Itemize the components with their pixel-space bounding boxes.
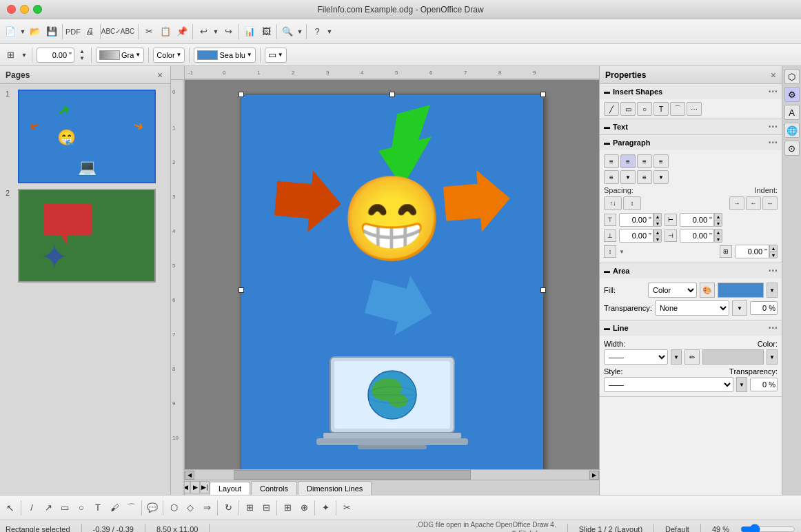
- window-controls[interactable]: [7, 5, 42, 14]
- above-spin-down[interactable]: ▼: [653, 220, 662, 227]
- shape-ellipse[interactable]: ○: [637, 102, 652, 116]
- snap-grid-tool[interactable]: ⊞: [280, 500, 295, 515]
- crop-tool[interactable]: ✂: [339, 500, 354, 515]
- rotation-input[interactable]: [37, 48, 74, 63]
- hanging-spin-up[interactable]: ▲: [769, 245, 778, 252]
- fill-color-dropdown[interactable]: ▼: [767, 283, 778, 298]
- spellcheck-button[interactable]: ABC✓: [103, 24, 119, 39]
- line-width-select[interactable]: ——: [604, 349, 668, 365]
- page-thumb-1[interactable]: ➜ ➜ ➜ 😁 ➜ 💻: [18, 90, 156, 183]
- transparency-chevron[interactable]: ▼: [732, 300, 747, 316]
- transparency-pct-input[interactable]: [750, 301, 778, 315]
- section-text-header[interactable]: ▬ Text ⋯: [600, 119, 782, 134]
- chart-button[interactable]: 📊: [242, 24, 257, 39]
- scroll-right-button[interactable]: ▶: [589, 471, 599, 480]
- tab-controls[interactable]: Controls: [251, 481, 297, 495]
- line-style-dropdown[interactable]: ▼: [736, 377, 747, 392]
- canvas-scroll[interactable]: 😁: [185, 80, 599, 469]
- indent-increase[interactable]: →: [729, 196, 744, 210]
- tab-nav-next[interactable]: ▶: [190, 481, 200, 493]
- save-button[interactable]: 💾: [44, 24, 59, 39]
- section-insert-shapes-header[interactable]: ▬ Insert Shapes ⋯: [600, 84, 782, 99]
- paint-tool[interactable]: 🖌: [107, 500, 122, 515]
- line-color-btn[interactable]: ✏: [685, 349, 700, 365]
- tab-dimension-lines[interactable]: Dimension Lines: [298, 481, 372, 495]
- line-more[interactable]: ⋯: [768, 323, 778, 334]
- cut-button[interactable]: ✂: [141, 24, 156, 39]
- shape-curve[interactable]: ⌒: [670, 102, 685, 116]
- flowchart-tool[interactable]: ◇: [183, 500, 198, 515]
- new-button[interactable]: 📄: [3, 24, 18, 39]
- section-paragraph-header[interactable]: ▬ Paragraph ⋯: [600, 135, 782, 150]
- tab-nav-last[interactable]: ▶|: [200, 481, 210, 493]
- export-pdf-button[interactable]: PDF: [65, 24, 81, 39]
- line-style-select[interactable]: ——: [604, 377, 733, 392]
- sidebar-icon-navigator[interactable]: ⊙: [784, 141, 800, 156]
- shapes-tool[interactable]: ⬡: [166, 500, 181, 515]
- area-more[interactable]: ⋯: [768, 265, 778, 276]
- scroll-left-button[interactable]: ◀: [185, 471, 194, 480]
- tab-layout[interactable]: Layout: [210, 482, 250, 495]
- scrollbar-thumb[interactable]: [234, 470, 471, 480]
- list-ordered[interactable]: ≡: [637, 170, 652, 184]
- fill-picker-btn[interactable]: 🎨: [700, 283, 715, 298]
- insert-shapes-more[interactable]: ⋯: [768, 86, 778, 97]
- distribute-tool[interactable]: ⊟: [258, 500, 274, 515]
- print-button[interactable]: 🖨: [82, 24, 97, 39]
- maximize-button[interactable]: [33, 5, 42, 14]
- rotate-tool[interactable]: ↻: [221, 500, 236, 515]
- h-scrollbar[interactable]: ◀ ▶: [185, 469, 599, 480]
- line-color-dropdown[interactable]: Sea blu ▼: [194, 48, 255, 63]
- curve-tool[interactable]: ⌒: [123, 500, 139, 515]
- line-width-dropdown[interactable]: ▼: [671, 349, 682, 365]
- shape-line[interactable]: ╱: [604, 102, 619, 116]
- left-indent-input[interactable]: [680, 229, 714, 243]
- above-input[interactable]: [619, 213, 653, 227]
- align-left[interactable]: ≡: [604, 154, 619, 168]
- zoom-slider[interactable]: [740, 524, 795, 533]
- below-spin-down[interactable]: ▼: [653, 236, 662, 243]
- select-tool[interactable]: ↖: [3, 500, 18, 515]
- rotation-spinner-up[interactable]: ▲ ▼: [77, 48, 87, 63]
- image-button[interactable]: 🖼: [258, 24, 274, 39]
- snap-point-tool[interactable]: ⊕: [296, 500, 312, 515]
- spellcheck2-button[interactable]: ABC: [120, 24, 135, 39]
- sidebar-icon-styles[interactable]: A: [784, 105, 800, 120]
- snap-button[interactable]: ⊞: [3, 48, 18, 63]
- effects-tool[interactable]: ✦: [318, 500, 333, 515]
- align-right[interactable]: ≡: [637, 154, 652, 168]
- block-arrow-tool[interactable]: ⇒: [199, 500, 214, 515]
- open-button[interactable]: 📂: [28, 24, 43, 39]
- minimize-button[interactable]: [20, 5, 29, 14]
- above-spin-up[interactable]: ▲: [653, 213, 662, 220]
- paste-button[interactable]: 📌: [174, 24, 190, 39]
- list-ordered-dropdown[interactable]: ▼: [653, 170, 669, 184]
- properties-close-button[interactable]: ×: [771, 70, 776, 81]
- section-line-header[interactable]: ▬ Line ⋯: [600, 320, 782, 336]
- zoom-dropdown-button[interactable]: ▼: [296, 24, 303, 39]
- section-area-header[interactable]: ▬ Area ⋯: [600, 263, 782, 278]
- redo-button[interactable]: ↪: [221, 24, 236, 39]
- line-color-preview[interactable]: [702, 349, 764, 365]
- sidebar-icon-gallery[interactable]: 🌐: [784, 123, 800, 138]
- circle-tool[interactable]: ○: [74, 500, 89, 515]
- align-justify[interactable]: ≡: [653, 154, 669, 168]
- align-center[interactable]: ≡: [620, 154, 636, 168]
- help-dropdown-button[interactable]: ▼: [326, 24, 333, 39]
- fill-color-preview[interactable]: [718, 283, 764, 298]
- spacing-above[interactable]: ↑↓: [604, 196, 622, 210]
- zoom-button[interactable]: 🔍: [280, 24, 295, 39]
- list-unordered-dropdown[interactable]: ▼: [620, 170, 636, 184]
- rect-tool[interactable]: ▭: [57, 500, 72, 515]
- color-mode-dropdown[interactable]: Color ▼: [153, 48, 185, 63]
- line-color-dropdown-btn[interactable]: ▼: [767, 349, 778, 365]
- right-spin-down[interactable]: ▼: [714, 220, 722, 227]
- sidebar-icon-shapes[interactable]: ⬡: [784, 69, 800, 84]
- list-unordered[interactable]: ≡: [604, 170, 619, 184]
- new-dropdown-button[interactable]: ▼: [19, 24, 26, 39]
- sidebar-icon-properties[interactable]: ⚙: [784, 87, 800, 102]
- right-spin-up[interactable]: ▲: [714, 213, 722, 220]
- indent-more[interactable]: ↔: [762, 196, 778, 210]
- below-spin-up[interactable]: ▲: [653, 229, 662, 236]
- line-trans-input[interactable]: [750, 378, 778, 391]
